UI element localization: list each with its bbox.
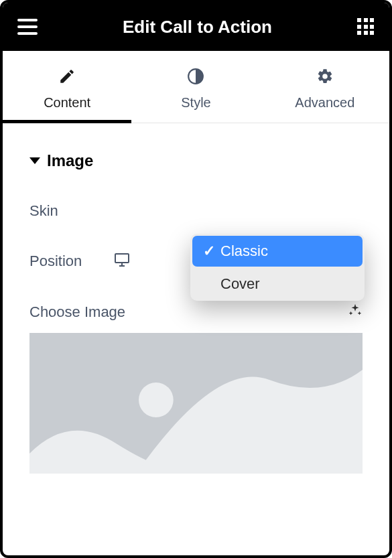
tab-advanced[interactable]: Advanced <box>261 51 389 123</box>
desktop-icon[interactable] <box>114 253 130 270</box>
tab-advanced-label: Advanced <box>295 95 354 111</box>
tab-content[interactable]: Content <box>3 51 131 123</box>
image-placeholder[interactable] <box>29 333 363 474</box>
svg-rect-1 <box>115 254 129 263</box>
tab-style[interactable]: Style <box>131 51 260 123</box>
contrast-icon <box>187 67 204 86</box>
apps-icon[interactable] <box>357 18 375 36</box>
section-image-header[interactable]: Image <box>29 151 363 170</box>
skin-option-classic[interactable]: ✓ Classic <box>192 236 363 267</box>
menu-icon[interactable] <box>17 19 38 35</box>
tab-content-label: Content <box>44 95 90 111</box>
skin-option-classic-label: Classic <box>220 242 268 260</box>
page-title: Edit Call to Action <box>123 17 272 38</box>
gear-icon <box>316 67 334 86</box>
skin-dropdown: ✓ Classic ✓ Cover <box>190 234 365 301</box>
skin-label: Skin <box>29 202 110 220</box>
section-title: Image <box>47 151 93 170</box>
svg-point-10 <box>139 382 174 417</box>
choose-image-label: Choose Image <box>29 303 125 321</box>
pencil-icon <box>58 67 76 86</box>
skin-option-cover[interactable]: ✓ Cover <box>190 269 365 299</box>
tab-style-label: Style <box>181 95 210 111</box>
skin-option-cover-label: Cover <box>220 275 260 293</box>
caret-down-icon <box>29 157 40 164</box>
check-icon: ✓ <box>202 242 216 260</box>
tabs: Content Style Advanced <box>3 51 389 123</box>
position-label: Position <box>29 253 110 270</box>
sparkle-icon[interactable] <box>348 303 363 321</box>
